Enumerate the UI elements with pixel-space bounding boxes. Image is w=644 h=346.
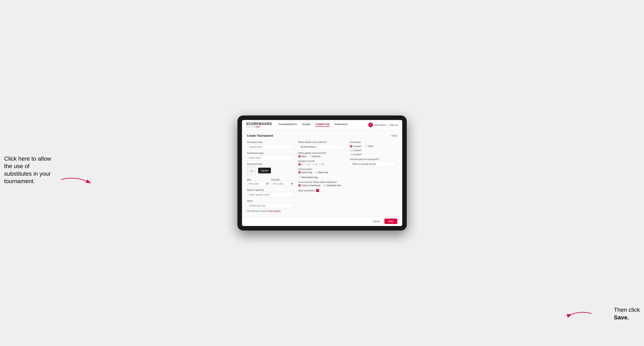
format-6count5-radio[interactable] — [350, 153, 352, 156]
gender-mens-radio[interactable] — [298, 155, 301, 158]
tablet-screen: SCOREBOARD Powered by clippd TOURNAMENTS… — [242, 120, 402, 226]
rounds-group: Number of rounds 1 2 — [298, 160, 346, 166]
division-label: Which division is the event for? — [298, 141, 346, 143]
end-date-wrapper: 📅 — [271, 181, 294, 186]
substitutes-checkbox[interactable]: ✓ — [316, 189, 319, 192]
division-group: Which division is the event for? NCAA Di… — [298, 141, 346, 150]
arrow-right-indicator — [569, 309, 594, 320]
rounds-1[interactable]: 1 — [298, 163, 303, 166]
logo-powered: Powered by clippd — [246, 126, 272, 128]
rounds-1-radio[interactable] — [298, 163, 301, 166]
cancel-button[interactable]: Cancel — [370, 219, 382, 224]
nav-link-rankings[interactable]: RANKINGS — [335, 123, 348, 127]
api-group: Use third-party live scoring API? Select… — [350, 158, 397, 167]
scoring-radio-group: Stroke Play Match Play Medal Match Play — [298, 171, 346, 178]
format-6count4-radio[interactable] — [350, 149, 352, 152]
venue-email-link[interactable]: email support — [268, 210, 280, 212]
start-date-group: date 📅 — [247, 177, 270, 186]
teams-plus-radio[interactable] — [298, 184, 301, 187]
format-5count4-label: 5 count 4 — [353, 145, 362, 148]
rounds-2-radio[interactable] — [305, 163, 308, 166]
rounds-2[interactable]: 2 — [305, 163, 310, 166]
scoring-stroke-label: Stroke Play — [302, 171, 312, 173]
tournament-logo-label: Tournament logo — [247, 163, 294, 165]
sponsor-group: Sponsor (optional) — [247, 189, 294, 197]
scoring-label: Scoring system — [298, 168, 346, 170]
back-link[interactable]: < Back — [390, 135, 397, 137]
api-select[interactable]: Select a scoring service — [350, 161, 397, 167]
individuals-only-radio[interactable] — [323, 184, 326, 187]
sign-out-link[interactable]: Sign out — [390, 124, 398, 126]
arrow-left-indicator — [59, 173, 92, 187]
gender-label: Which gender is the event for? — [298, 152, 346, 154]
dates-group: date 📅 End date 📅 — [247, 177, 294, 186]
scoring-match-radio[interactable] — [315, 171, 317, 173]
rounds-2-label: 2 — [308, 163, 310, 166]
tournament-name-input[interactable] — [247, 155, 294, 161]
scoring-stroke[interactable]: Stroke Play — [298, 171, 312, 173]
nav-link-tournaments[interactable]: TOURNAMENTS — [278, 123, 297, 127]
rounds-3[interactable]: 3 — [312, 163, 317, 166]
rounds-4-radio[interactable] — [319, 163, 322, 166]
venue-label: Venue — [247, 200, 294, 202]
format-5count4[interactable]: 5 count 4 — [350, 145, 362, 148]
gender-womens-radio[interactable] — [309, 155, 312, 158]
nav-link-teams[interactable]: TEAMS — [302, 123, 310, 127]
rounds-label: Number of rounds — [298, 160, 346, 162]
annotation-left-text: Click here to allow the use of substitut… — [4, 156, 51, 184]
save-button[interactable]: Save — [384, 219, 397, 224]
avatar: B — [368, 123, 373, 127]
gender-mens-label: Mens — [302, 155, 306, 158]
gender-group: Which gender is the event for? Mens Wome… — [298, 152, 346, 158]
tournament-logo-group: Tournament logo ⛰ Upload — [247, 163, 294, 175]
format-other-label: Other — [368, 145, 373, 148]
teams-plus-individuals[interactable]: Teams (+Individuals) — [298, 184, 321, 187]
substitutes-label: Allow substitutes? — [298, 189, 315, 192]
scoring-medal-radio[interactable] — [298, 176, 301, 178]
format-5count4-radio[interactable] — [350, 145, 352, 148]
gender-womens-label: Womens — [312, 155, 320, 158]
logo-upload-area: ⛰ Upload — [247, 166, 294, 175]
scoring-match[interactable]: Match Play — [315, 171, 328, 173]
venue-input[interactable] — [247, 203, 294, 208]
sponsor-input[interactable] — [247, 192, 294, 197]
annotation-right-text1: Then click — [614, 307, 640, 313]
format-other-radio[interactable] — [365, 145, 367, 148]
api-select-wrapper: Select a scoring service — [350, 161, 397, 167]
start-date-label: date — [247, 178, 251, 181]
substitutes-item: Allow substitutes? ✓ — [298, 189, 346, 192]
tournament-name-group: Tournament name — [247, 152, 294, 161]
logo-placeholder-icon: ⛰ — [247, 166, 256, 175]
scoring-stroke-radio[interactable] — [298, 171, 301, 173]
form-col-1: Tournament Host Tournament name Tourname… — [247, 141, 294, 212]
rounds-4[interactable]: 4 — [319, 163, 324, 166]
nav-links: TOURNAMENTS TEAMS COMMITTEE RANKINGS — [278, 123, 368, 127]
individuals-only[interactable]: Individuals Only — [323, 184, 341, 187]
rounds-3-label: 3 — [316, 163, 317, 166]
logo-area: SCOREBOARD Powered by clippd — [246, 122, 272, 128]
end-date-group: End date 📅 — [271, 177, 294, 186]
rounds-radio-group: 1 2 3 4 — [298, 163, 346, 166]
venue-wrapper — [247, 203, 294, 208]
division-select[interactable]: NCAA Division I — [298, 144, 346, 150]
scoring-medal[interactable]: Medal Match Play — [298, 176, 318, 178]
format-6count4[interactable]: 6 count 4 — [350, 149, 397, 152]
format-other[interactable]: Other — [365, 145, 373, 148]
scoring-match-label: Match Play — [318, 171, 328, 173]
end-date-label: End date — [271, 178, 280, 181]
page-header: Create Tournament < Back — [247, 134, 397, 137]
gender-womens[interactable]: Womens — [309, 155, 320, 158]
annotation-right-text2: Save. — [614, 314, 629, 321]
gender-mens[interactable]: Mens — [298, 155, 306, 158]
powered-text: Powered by — [246, 126, 255, 128]
annotation-right: Then click Save. — [614, 306, 640, 321]
rounds-3-radio[interactable] — [312, 163, 315, 166]
format-6count5[interactable]: 6 count 5 — [350, 153, 397, 156]
format-label: Format type — [350, 141, 397, 143]
substitutes-group: Allow substitutes? ✓ — [298, 189, 346, 192]
tournament-host-input[interactable] — [247, 144, 294, 150]
navigation: SCOREBOARD Powered by clippd TOURNAMENTS… — [242, 120, 402, 130]
tournament-host-wrapper — [247, 144, 294, 150]
upload-button[interactable]: Upload — [258, 168, 271, 173]
nav-link-committee[interactable]: COMMITTEE — [315, 123, 330, 127]
